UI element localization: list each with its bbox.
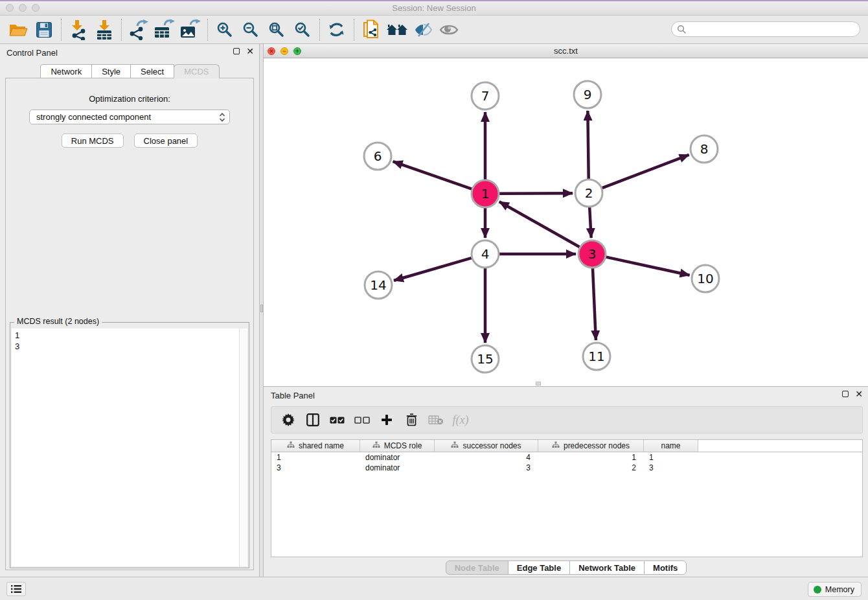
table-cell[interactable]: 1	[538, 452, 644, 463]
tab-select[interactable]: Select	[130, 64, 174, 78]
delete-column-icon[interactable]	[401, 409, 422, 431]
tab-mcds[interactable]: MCDS	[174, 64, 219, 78]
panel-splitter[interactable]	[259, 44, 264, 578]
new-network-from-selection-icon[interactable]	[358, 17, 384, 42]
mcds-result-list[interactable]: 13	[12, 329, 239, 566]
tab-motifs[interactable]: Motifs	[644, 560, 687, 575]
graph-edge-1-6[interactable]	[393, 161, 472, 189]
nested-network-home-icon[interactable]	[384, 17, 410, 42]
list-icon	[10, 584, 22, 594]
memory-button[interactable]: Memory	[808, 582, 862, 597]
destroy-table-icon	[426, 409, 446, 431]
tab-node-table[interactable]: Node Table	[446, 560, 508, 575]
graph-edge-2-8[interactable]	[602, 155, 689, 188]
tab-style[interactable]: Style	[91, 64, 131, 78]
table-cell[interactable]: 4	[435, 452, 538, 463]
node-table: shared nameMCDS rolesuccessor nodesprede…	[271, 439, 863, 557]
search-input[interactable]	[687, 23, 860, 36]
save-session-icon[interactable]	[31, 17, 57, 42]
optimization-select[interactable]: strongly connected component	[29, 110, 230, 124]
column-header-successor-nodes[interactable]: successor nodes	[435, 440, 538, 452]
import-table-icon[interactable]	[91, 17, 117, 42]
main-toolbar	[0, 16, 868, 44]
export-table-icon[interactable]	[152, 17, 177, 42]
search-box[interactable]	[671, 21, 860, 37]
graph-edge-3-11[interactable]	[593, 268, 596, 340]
graph-node-label: 4	[481, 246, 490, 262]
table-row[interactable]: 3dominator323	[271, 463, 862, 473]
float-table-panel-icon[interactable]	[842, 391, 849, 397]
graph-edge-4-14[interactable]	[394, 258, 472, 281]
table-cell[interactable]: 3	[435, 463, 538, 473]
result-scrollbar[interactable]	[239, 329, 247, 566]
graph-edge-3-10[interactable]	[606, 257, 689, 275]
task-history-button[interactable]	[6, 582, 26, 596]
mcds-result-item: 3	[15, 341, 239, 352]
column-header-name[interactable]: name	[644, 440, 698, 452]
fx-label: f(x)	[453, 413, 469, 427]
zoom-fit-icon[interactable]	[264, 17, 290, 42]
toolbar-separator	[61, 19, 62, 41]
column-header-shared-name[interactable]: shared name	[271, 440, 360, 452]
close-table-panel-icon[interactable]: ✕	[855, 391, 863, 397]
close-panel-button[interactable]: Close panel	[134, 133, 198, 148]
create-column-icon[interactable]	[376, 409, 397, 431]
export-network-icon[interactable]	[126, 17, 152, 42]
column-header-label: MCDS role	[384, 441, 422, 450]
graph-edge-2-3[interactable]	[589, 207, 591, 238]
splitter-grip-icon[interactable]	[260, 305, 263, 312]
table-header-row: shared nameMCDS rolesuccessor nodesprede…	[271, 440, 862, 452]
graph-edge-1-2[interactable]	[499, 193, 573, 194]
show-column-icon[interactable]	[303, 409, 323, 431]
deselect-all-columns-icon[interactable]	[352, 409, 372, 431]
settings-icon[interactable]	[278, 409, 299, 431]
hide-selected-icon[interactable]	[410, 17, 436, 42]
zoom-out-icon[interactable]	[238, 17, 264, 42]
column-header-mcds-role[interactable]: MCDS role	[360, 440, 435, 452]
export-image-icon[interactable]	[177, 17, 203, 42]
table-panel: Table Panel ✕	[264, 387, 868, 578]
import-network-icon[interactable]	[65, 17, 91, 42]
refresh-view-icon[interactable]	[324, 17, 350, 42]
zoom-selected-icon[interactable]	[290, 17, 315, 42]
table-row[interactable]: 1dominator411	[271, 452, 862, 463]
tab-edge-table[interactable]: Edge Table	[508, 560, 570, 575]
tab-network[interactable]: Network	[40, 64, 92, 78]
zoom-in-icon[interactable]	[212, 17, 238, 42]
canvas-resize-grip[interactable]	[536, 382, 541, 386]
table-cell[interactable]: dominator	[360, 463, 435, 473]
column-header-label: successor nodes	[463, 441, 521, 450]
network-window-title: scc.txt	[264, 46, 868, 56]
table-cell[interactable]: 1	[271, 452, 360, 463]
search-icon	[677, 25, 687, 34]
hierarchy-icon	[451, 441, 459, 450]
close-panel-icon[interactable]: ✕	[246, 48, 254, 54]
show-all-icon[interactable]	[436, 17, 462, 42]
table-cell[interactable]: 1	[644, 452, 698, 463]
network-graph[interactable]: 1234678910111415	[264, 58, 868, 386]
table-cell[interactable]: 3	[644, 463, 698, 473]
tab-network-table[interactable]: Network Table	[569, 560, 645, 575]
graph-edge-2-9[interactable]	[588, 111, 588, 179]
column-header-label: name	[661, 441, 680, 450]
column-header-predecessor-nodes[interactable]: predecessor nodes	[538, 440, 644, 452]
table-cell[interactable]: 2	[538, 463, 644, 473]
table-cell[interactable]: 3	[271, 463, 360, 473]
table-cell[interactable]: dominator	[360, 452, 435, 463]
hierarchy-icon	[372, 441, 380, 450]
run-mcds-button[interactable]: Run MCDS	[62, 133, 124, 148]
graph-node-label: 7	[481, 88, 490, 104]
network-canvas[interactable]: 1234678910111415	[264, 58, 868, 386]
graph-node-label: 2	[585, 185, 593, 201]
mcds-result-title: MCDS result (2 nodes)	[14, 317, 102, 326]
mcds-result-group: MCDS result (2 nodes) 13	[10, 322, 249, 568]
select-all-columns-icon[interactable]	[327, 409, 348, 431]
open-session-icon[interactable]	[5, 17, 31, 42]
graph-node-label: 8	[700, 141, 709, 157]
table-panel-title: Table Panel	[271, 391, 315, 400]
mcds-result-item: 1	[15, 330, 239, 341]
graph-node-label: 14	[370, 277, 386, 293]
graph-edge-3-1[interactable]	[499, 202, 580, 247]
mcds-tab-content: Optimization criterion: strongly connect…	[5, 78, 254, 570]
float-panel-icon[interactable]	[233, 48, 240, 54]
